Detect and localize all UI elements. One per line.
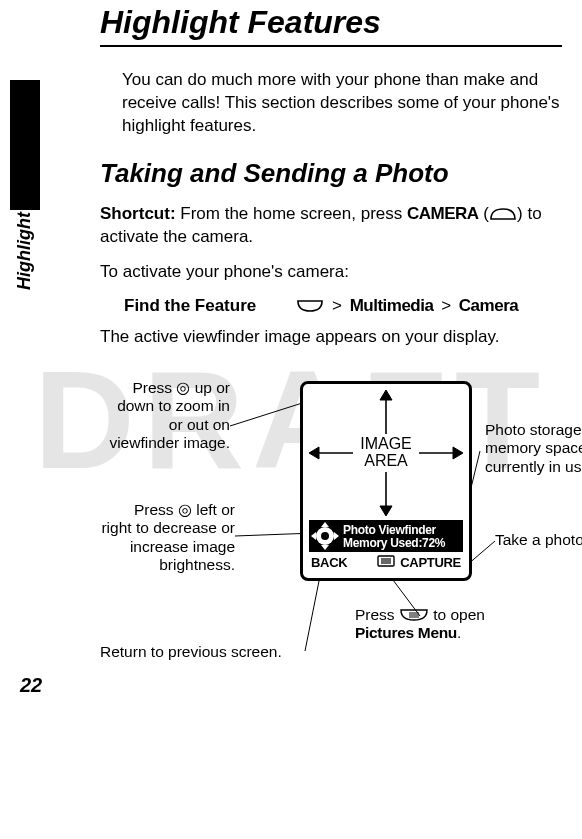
callout-storage: Photo storage memory space currently in … (485, 421, 582, 477)
svg-marker-16 (321, 522, 329, 527)
phone-screen: IMAGE AREA Photo Viewfinder Memory Use (300, 381, 472, 581)
menu-softkey-icon (296, 299, 324, 313)
breadcrumb-sep: > (329, 296, 345, 315)
breadcrumb-camera: Camera (459, 296, 518, 315)
svg-marker-19 (334, 532, 339, 540)
feature-breadcrumb: > Multimedia > Camera (296, 296, 518, 316)
softkey-back: BACK (309, 555, 377, 570)
svg-marker-13 (453, 447, 463, 459)
image-area-label: IMAGE AREA (360, 435, 412, 470)
arrow-left-icon (309, 446, 353, 460)
callout-menu: Press to open Pictures Menu. (355, 606, 555, 643)
svg-line-2 (305, 576, 320, 651)
callout-brightness: Press ◎ left or right to decrease or inc… (100, 501, 235, 575)
shortcut-paragraph: Shortcut: From the home screen, press CA… (100, 203, 562, 249)
page-title: Highlight Features (100, 0, 562, 47)
page-number: 22 (20, 674, 42, 697)
right-softkey-icon (489, 207, 517, 221)
camera-keyword: CAMERA (407, 204, 479, 223)
side-section-label: Highlight Features (14, 132, 35, 290)
menu-key-icon (377, 555, 395, 570)
shortcut-text-before: From the home screen, press (176, 204, 407, 223)
softkey-row: BACK CAPTURE (309, 550, 463, 574)
pictures-menu-label: Pictures Menu (355, 624, 457, 641)
image-area-line2: AREA (364, 453, 408, 470)
find-the-feature-row: Find the Feature > Multimedia > Camera (124, 296, 562, 316)
callout-zoom: Press ◎ up or down to zoom in or out on … (100, 379, 230, 453)
menu-key-glyph-icon (399, 608, 429, 622)
status-band: Photo Viewfinder Memory Used:72% (309, 520, 463, 554)
arrow-up-icon (379, 390, 393, 434)
shortcut-label: Shortcut: (100, 204, 176, 223)
callout-menu-period: . (457, 624, 461, 641)
status-line-2: Memory Used:72% (343, 537, 463, 550)
callout-menu-after: to open (429, 606, 485, 623)
breadcrumb-multimedia: Multimedia (350, 296, 434, 315)
svg-marker-9 (380, 506, 392, 516)
arrow-down-icon (379, 472, 393, 516)
callout-menu-before: Press (355, 606, 399, 623)
viewfinder-area: IMAGE AREA (309, 390, 463, 516)
phone-diagram: IMAGE AREA Photo Viewfinder Memory Use (100, 361, 562, 711)
dpad-icon (311, 522, 339, 550)
svg-marker-18 (311, 532, 316, 540)
intro-paragraph: You can do much more with your phone tha… (122, 69, 562, 138)
image-area-line1: IMAGE (360, 435, 412, 452)
breadcrumb-sep: > (438, 296, 454, 315)
callout-take-photo: Take a photo. (495, 531, 582, 550)
svg-marker-7 (380, 390, 392, 400)
find-feature-label: Find the Feature (124, 296, 256, 316)
svg-marker-11 (309, 447, 319, 459)
svg-point-15 (321, 532, 329, 540)
section-heading: Taking and Sending a Photo (100, 158, 562, 189)
viewfinder-line: The active viewfinder image appears on y… (100, 326, 562, 349)
activate-line: To activate your phone's camera: (100, 261, 562, 284)
status-line-1: Photo Viewfinder (343, 524, 463, 537)
arrow-right-icon (419, 446, 463, 460)
callout-return: Return to previous screen. (100, 643, 360, 662)
softkey-capture: CAPTURE (395, 555, 463, 570)
